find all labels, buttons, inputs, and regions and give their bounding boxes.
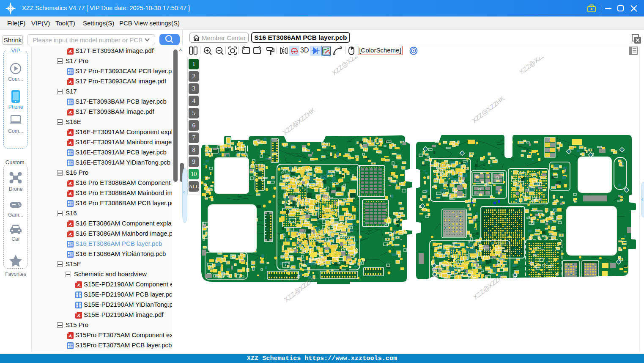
svg-text:XZZ@XZZHK: XZZ@XZZHK xyxy=(281,106,317,136)
svg-text:XZZ@XZZHK: XZZ@XZZHK xyxy=(471,94,506,124)
